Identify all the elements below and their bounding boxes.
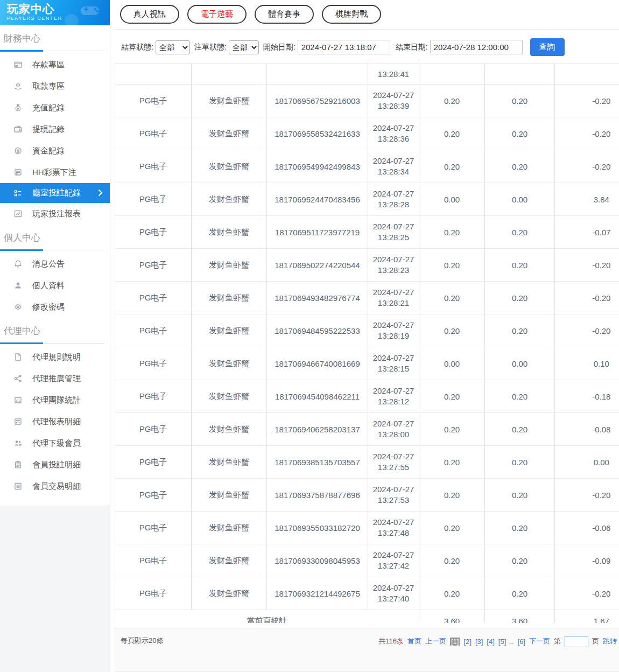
cell-time: 2024-07-2713:28:36 [368,117,419,150]
cell-time: 2024-07-2713:28:21 [368,282,419,314]
records-table-wrap: 13:28:41 PG电子发财鱼虾蟹1817069567529216003202… [115,63,619,623]
jump-label-post: 页 [592,636,599,646]
cell-valid: 0.20 [485,577,555,610]
page-link[interactable]: [5] [498,638,506,646]
cell-profit: 0.00 [555,446,619,479]
sidebar-item-member-trade-doc[interactable]: 會員交易明細 [0,475,110,497]
table-row: PG电子发财鱼虾蟹18170694667400816692024-07-2713… [115,347,619,380]
tab-electronic-games[interactable]: 電子遊藝 [187,5,247,24]
section-title: 個人中心 [0,225,110,249]
cell-bet: 0.20 [419,150,485,183]
tab-sports[interactable]: 體育賽事 [255,5,314,24]
cell-platform: PG电子 [115,216,192,249]
sidebar-item-recharge-bag[interactable]: 充值記錄 [0,97,110,118]
tab-live-video[interactable]: 真人視訊 [120,5,179,24]
sidebar-item-rules-doc[interactable]: 代理規則說明 [0,346,110,368]
sidebar-item-player-report-chart[interactable]: 玩家投注報表 [0,203,110,225]
page-link[interactable]: [3] [475,638,483,646]
sidebar-item-label: 代理推廣管理 [32,374,81,384]
table-row: PG电子发财鱼虾蟹18170694845952225332024-07-2713… [115,314,619,347]
table-row: PG电子发财鱼虾蟹18170694062582031372024-07-2713… [115,413,619,446]
sidebar-item-label: 個人資料 [32,281,65,291]
sidebar-item-profile-person[interactable]: 個人資料 [0,275,110,296]
cell-time: 13:28:41 [368,64,419,85]
page-link[interactable]: [2] [463,638,471,646]
cell-platform: PG电子 [115,413,192,446]
page-link-current[interactable]: [1] [450,638,460,646]
cell-bet: 0.20 [419,380,485,413]
player-report-chart-icon [13,209,23,218]
tab-board-games[interactable]: 棋牌對戰 [322,5,381,24]
cell-order-id: 1817069321214492675 [267,577,368,610]
sidebar-item-withdraw-wallet[interactable]: 提現記錄 [0,118,110,140]
sidebar-item-notice-bell[interactable]: 消息公告 [0,253,110,275]
sidebar-item-member-bet-clipboard[interactable]: 會員投註明細 [0,454,110,475]
page-link[interactable]: [4] [487,638,494,646]
cell-profit: -0.20 [555,150,619,183]
sidebar-item-label: 資金記錄 [32,146,65,156]
cell-order-id: 1817069385135703557 [267,446,368,479]
end-date-input[interactable] [430,40,523,54]
section-divider [0,342,104,344]
table-row: PG电子发财鱼虾蟹18170693212144926752024-07-2713… [115,577,619,610]
cell-platform: PG电子 [115,85,192,117]
cell-bet: 0.20 [419,314,485,347]
cell-time: 2024-07-2713:28:19 [368,314,419,347]
jump-go-link[interactable]: 跳转 [603,636,617,646]
cell-valid: 0.20 [485,150,555,183]
sidebar-item-withdraw-hand[interactable]: 取款專區 [0,75,110,97]
cell-game: 发财鱼虾蟹 [192,85,267,117]
cell-time: 2024-07-2713:28:25 [368,216,419,249]
cell-time: 2024-07-2713:27:42 [368,544,419,577]
team-stats-icon [13,396,23,404]
cell-order-id: 1817069484595222533 [267,314,368,347]
sidebar-item-promo-share[interactable]: 代理推廣管理 [0,368,110,389]
prev-page-link[interactable]: 上一页 [425,636,446,646]
cell-order-id: 1817069567529216003 [267,85,368,117]
sidebar-item-deposit-card[interactable]: 存款專區 [0,54,110,75]
cell-profit: -0.08 [555,413,619,446]
sidebar-item-password-gear[interactable]: 修改密碼 [0,296,110,318]
order-status-select[interactable]: 全部 [229,40,259,54]
jump-page-input[interactable] [565,636,588,647]
sidebar-item-report-stats[interactable]: 代理報表明細 [0,411,110,432]
profile-person-icon [13,281,23,290]
cell-profit [555,64,619,85]
sidebar-item-lottery-doc[interactable]: HH彩票下注 [0,162,110,183]
lottery-doc-icon [13,168,23,177]
end-date-label: 結束日期: [396,43,428,52]
sidebar-item-room-bet-list[interactable]: 廳室投註記錄 [0,183,110,203]
sidebar-item-fund-coin[interactable]: 資金記錄 [0,140,110,162]
query-button[interactable]: 查詢 [530,38,565,56]
pager: 共116条 首页 上一页 [1] [2] [3] [4] [5] .. [6] … [378,636,617,647]
sidebar-item-label: 代理報表明細 [32,417,81,427]
page-size-label: 每頁顯示20條 [121,636,163,646]
password-gear-icon [13,303,23,311]
cell-time: 2024-07-2713:27:48 [368,512,419,544]
table-row: PG电子发财鱼虾蟹18170693550331827202024-07-2713… [115,512,619,544]
first-page-link[interactable]: 首页 [407,636,421,646]
page-link-last[interactable]: [6] [518,638,525,646]
sidebar-item-label: 修改密碼 [32,302,65,312]
table-row: PG电子发财鱼虾蟹18170695675292160032024-07-2713… [115,85,619,117]
cell-valid: 0.20 [485,544,555,577]
cell-order-id: 1817069511723977219 [267,216,368,249]
cell-bet: 0.00 [419,347,485,380]
cell-time: 2024-07-2713:28:39 [368,85,419,117]
table-row: PG电子发财鱼虾蟹18170694540984622112024-07-2713… [115,380,619,413]
cell-order-id: 1817069330098045953 [267,544,368,577]
cell-bet: 0.20 [419,479,485,512]
sidebar-item-sub-members-users[interactable]: 代理下級會員 [0,432,110,454]
sidebar-item-team-stats[interactable]: 代理團隊統計 [0,389,110,411]
sidebar-item-label: 會員投註明細 [32,460,81,470]
cell-order-id: 1817069355033182720 [267,512,368,544]
next-page-link[interactable]: 下一页 [529,636,550,646]
settle-status-select[interactable]: 全部 [156,40,190,54]
start-date-input[interactable] [298,40,390,54]
records-table: 13:28:41 PG电子发财鱼虾蟹1817069567529216003202… [115,63,619,623]
sidebar-item-label: 代理下級會員 [32,438,81,449]
cell-time: 2024-07-2713:28:12 [368,380,419,413]
cell-time: 2024-07-2713:28:00 [368,413,419,446]
cell-profit: -0.20 [555,249,619,282]
cell-profit: -0.09 [555,544,619,577]
